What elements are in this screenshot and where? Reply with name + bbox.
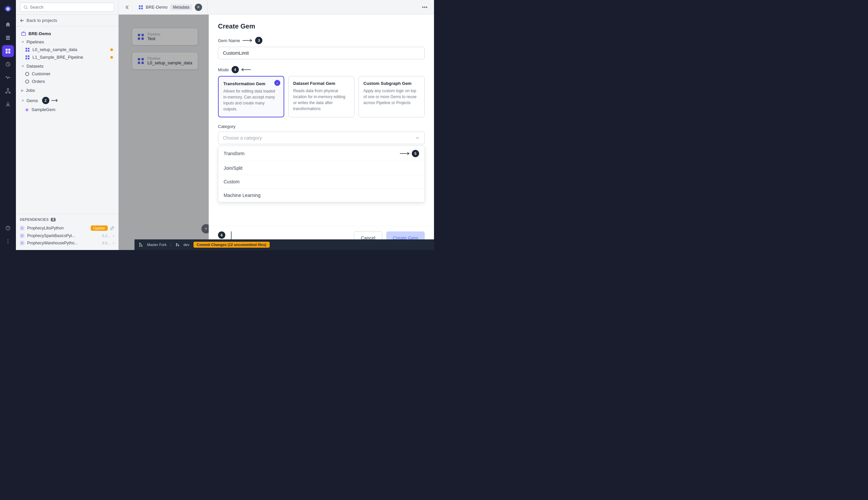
- mode-card-desc-0: Allows for editing data loaded in-memory…: [223, 88, 279, 112]
- svg-line-45: [127, 7, 128, 9]
- gem-item-0[interactable]: ◈ SampleGem: [16, 105, 118, 113]
- pipeline-item-0[interactable]: L0_setup_sample_data: [16, 46, 118, 53]
- mode-card-0[interactable]: Transformation Gem Allows for editing da…: [218, 76, 284, 117]
- svg-point-68: [178, 245, 179, 246]
- gems-section: ▼ Gems 2 ◈ SampleGem: [16, 95, 118, 113]
- overlay-spacer: [119, 14, 209, 250]
- dependencies-section: DEPENDENCIES 4 P ProphecyLibsPython Upda…: [16, 214, 118, 250]
- gem-name-label: Gem Name 3: [218, 37, 425, 44]
- sidebar-item-layers[interactable]: [2, 32, 14, 44]
- canvas-more-btn[interactable]: •••: [420, 2, 430, 13]
- svg-line-17: [8, 91, 10, 92]
- pipeline-dot-0: [110, 48, 113, 51]
- category-label: Category: [218, 124, 425, 129]
- icon-bar: ?: [0, 0, 16, 250]
- svg-rect-31: [25, 55, 27, 57]
- category-select[interactable]: Choose a category: [218, 132, 425, 144]
- svg-rect-33: [25, 58, 27, 59]
- mode-card-desc-1: Reads data from physical location for in…: [293, 88, 350, 112]
- svg-rect-47: [141, 5, 143, 7]
- dataset-item-0[interactable]: Customer: [16, 70, 118, 78]
- dep-icon-1: P: [20, 234, 24, 238]
- category-option-2[interactable]: Custom: [218, 175, 424, 189]
- canvas-tab-close[interactable]: ✕: [195, 4, 202, 11]
- branch-master: Master Fork: [147, 243, 167, 247]
- mode-card-title-1: Dataset Format Gem: [293, 81, 350, 86]
- category-option-0[interactable]: Transform 5: [218, 146, 424, 161]
- datasets-header[interactable]: ▼ Datasets: [16, 62, 118, 70]
- dep-update-btn-0[interactable]: Update: [91, 226, 108, 231]
- project-header: BRE-Demo: [16, 29, 118, 38]
- search-input-wrap[interactable]: [20, 3, 114, 12]
- dataset-item-1[interactable]: Orders: [16, 78, 118, 85]
- svg-point-20: [8, 239, 8, 240]
- sidebar-item-clock[interactable]: [2, 58, 14, 70]
- svg-point-64: [141, 246, 142, 247]
- collapse-sidebar-btn[interactable]: [122, 2, 133, 13]
- gems-arrow: [51, 99, 58, 102]
- gems-header[interactable]: ▼ Gems 2: [16, 95, 118, 105]
- jobs-section: ▶ Jobs: [16, 87, 118, 94]
- category-chevron-icon: [415, 136, 420, 140]
- create-gem-modal: Create Gem Gem Name 3: [209, 14, 434, 250]
- back-to-projects[interactable]: Back to projects: [16, 14, 118, 26]
- gem-name-label-arrow: [243, 38, 253, 43]
- mode-check-0: ✓: [274, 80, 280, 86]
- search-input[interactable]: [30, 5, 111, 10]
- jobs-header[interactable]: ▶ Jobs: [16, 87, 118, 94]
- category-placeholder: Choose a category: [223, 135, 262, 140]
- svg-rect-27: [25, 48, 27, 49]
- dep-arrow-1[interactable]: ›: [113, 234, 114, 238]
- transform-arrow: [400, 151, 410, 156]
- jobs-chevron: ▶: [21, 89, 24, 92]
- svg-rect-9: [5, 52, 8, 53]
- sidebar-content: BRE-Demo ▼ Pipelines L0_setup_sample_dat…: [16, 26, 118, 214]
- svg-rect-32: [28, 55, 30, 57]
- pipeline-icon-0: [25, 47, 30, 52]
- dep-arrow-2[interactable]: ›: [113, 241, 114, 245]
- svg-text:P: P: [21, 227, 23, 230]
- pipelines-section: ▼ Pipelines L0_setup_sample_data L1_Samp…: [16, 38, 118, 61]
- svg-point-63: [140, 246, 140, 247]
- svg-rect-12: [7, 89, 9, 90]
- pipeline-item-1[interactable]: L1_Sample_BRE_Pipeline: [16, 53, 118, 61]
- svg-rect-46: [139, 5, 140, 7]
- dep-item-2: P ProphecyWarehousePytho... 0.0... ›: [20, 239, 114, 247]
- sidebar-item-home[interactable]: [2, 19, 14, 31]
- pipelines-header[interactable]: ▼ Pipelines: [16, 38, 118, 46]
- svg-point-21: [8, 241, 8, 242]
- sidebar-item-activity[interactable]: [2, 72, 14, 83]
- svg-rect-26: [22, 33, 25, 35]
- sidebar-item-more[interactable]: [2, 236, 14, 247]
- sidebar-item-download[interactable]: [2, 98, 14, 110]
- category-group: Category Choose a category Transform: [218, 124, 425, 202]
- sidebar: Back to projects BRE-Demo ▼ Pipelines L0…: [16, 0, 119, 250]
- gem-icon-0: ◈: [25, 107, 29, 112]
- mode-card-2[interactable]: Custom Subgraph Gem Apply any custom log…: [359, 76, 425, 117]
- canvas-tab-meta: Metadata: [170, 4, 192, 10]
- sidebar-item-help[interactable]: ?: [2, 222, 14, 234]
- dep-edit-icon-0[interactable]: [110, 226, 114, 230]
- svg-line-43: [126, 7, 127, 9]
- canvas-tab[interactable]: BRE-Demo Metadata ✕: [133, 0, 208, 14]
- sidebar-item-grid[interactable]: [2, 45, 14, 57]
- commit-changes-btn[interactable]: Commit Changes (12 uncommitted files): [193, 242, 270, 248]
- dep-icon-0: P: [20, 226, 24, 230]
- sidebar-item-diagram[interactable]: [2, 85, 14, 97]
- mode-card-1[interactable]: Dataset Format Gem Reads data from physi…: [288, 76, 354, 117]
- mode-label: Mode 4: [218, 66, 425, 73]
- logo: [2, 3, 14, 14]
- svg-rect-30: [28, 50, 30, 52]
- category-option-3[interactable]: Machine Learning: [218, 189, 424, 202]
- modal-overlay: Create Gem Gem Name 3: [119, 14, 434, 250]
- svg-rect-4: [6, 36, 10, 37]
- branch-dev-icon: [176, 243, 179, 247]
- svg-rect-13: [5, 92, 7, 93]
- gem-name-input[interactable]: [218, 47, 425, 59]
- category-option-1[interactable]: Join/Split: [218, 161, 424, 175]
- bottom-bar: Master Fork : dev Commit Changes (12 unc…: [134, 239, 434, 250]
- svg-rect-6: [6, 39, 10, 40]
- mode-cards: Transformation Gem Allows for editing da…: [218, 76, 425, 117]
- svg-text:P: P: [21, 235, 23, 237]
- svg-point-67: [176, 245, 177, 246]
